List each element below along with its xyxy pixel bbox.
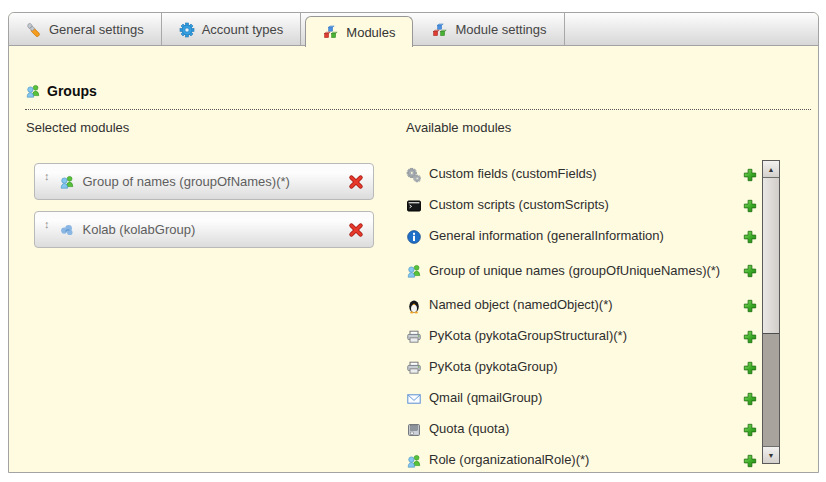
module-label: PyKota (pykotaGroup) (429, 360, 558, 374)
module-label: General information (generalInformation) (429, 229, 664, 243)
group-icon (406, 263, 422, 279)
modules-icon (323, 24, 339, 40)
module-entry: Kolab (kolabGroup) (59, 222, 349, 238)
tab-label: Account types (202, 22, 284, 37)
add-module-icon[interactable] (742, 229, 758, 245)
selected-module-row[interactable]: ↕ Kolab (kolabGroup) (34, 211, 374, 248)
scrollbar-track[interactable] (763, 334, 779, 446)
add-module-icon[interactable] (742, 167, 758, 183)
module-label: Named object (namedObject)(*) (429, 298, 613, 312)
available-module-row: PyKota (pykotaGroup) (406, 352, 758, 383)
module-label: Quota (quota) (429, 422, 509, 436)
available-module-row: PyKota (pykotaGroupStructural)(*) (406, 321, 758, 352)
printer-icon (406, 329, 422, 345)
selected-module-row[interactable]: ↕ Group of names (groupOfNames)(*) (34, 163, 374, 200)
group-icon (59, 174, 75, 190)
tab-bar: General settings Account types Modules M… (9, 13, 818, 46)
wrench-icon (26, 22, 42, 38)
printer-icon (406, 360, 422, 376)
section-header-groups: Groups (25, 83, 811, 110)
scrollbar-thumb[interactable] (763, 178, 779, 334)
vertical-scrollbar[interactable]: ▲ ▼ (762, 160, 780, 464)
terminal-icon (406, 198, 422, 214)
module-label: Group of unique names (groupOfUniqueName… (429, 264, 720, 278)
section-title: Groups (47, 83, 97, 99)
add-module-icon[interactable] (742, 263, 758, 279)
add-module-icon[interactable] (742, 360, 758, 376)
kolab-icon (59, 222, 75, 238)
available-modules-list: Custom fields (customFields) Custom scri… (406, 159, 758, 473)
module-label: Custom fields (customFields) (429, 167, 597, 181)
tab-label: Module settings (455, 22, 546, 37)
available-module-row: Named object (namedObject)(*) (406, 290, 758, 321)
add-module-icon[interactable] (742, 391, 758, 407)
drag-handle-icon[interactable]: ↕ (44, 212, 50, 230)
scroll-down-button[interactable]: ▼ (763, 446, 779, 463)
envelope-icon (406, 391, 422, 407)
add-module-icon[interactable] (742, 329, 758, 345)
add-module-icon[interactable] (742, 422, 758, 438)
tab-label: Modules (346, 25, 395, 40)
add-module-icon[interactable] (742, 298, 758, 314)
drag-handle-icon[interactable]: ↕ (44, 164, 50, 182)
available-module-row: Quota (quota) (406, 414, 758, 445)
available-module-row: Custom fields (customFields) (406, 159, 758, 190)
remove-module-icon[interactable] (348, 222, 364, 238)
module-label: Role (organizationalRole)(*) (429, 453, 589, 467)
group-icon (406, 453, 422, 469)
tab-modules[interactable]: Modules (305, 16, 413, 47)
scroll-up-button[interactable]: ▲ (763, 161, 779, 178)
module-entry: Group of names (groupOfNames)(*) (59, 174, 349, 190)
module-label: Kolab (kolabGroup) (83, 222, 196, 237)
tab-general-settings[interactable]: General settings (9, 13, 162, 46)
disk-icon (406, 422, 422, 438)
selected-modules-label: Selected modules (26, 120, 129, 135)
available-module-row: Custom scripts (customScripts) (406, 190, 758, 221)
available-module-row: General information (generalInformation) (406, 221, 758, 252)
module-label: Qmail (qmailGroup) (429, 391, 542, 405)
tab-bar-divider (9, 45, 818, 46)
tab-module-settings[interactable]: Module settings (415, 13, 564, 46)
penguin-icon (406, 298, 422, 314)
tab-label: General settings (49, 22, 144, 37)
available-module-row: Role (organizationalRole)(*) (406, 445, 758, 473)
available-module-row: Group of unique names (groupOfUniqueName… (406, 252, 758, 290)
module-label: Custom scripts (customScripts) (429, 198, 609, 212)
info-icon (406, 229, 422, 245)
gears-icon (406, 167, 422, 183)
tab-account-types[interactable]: Account types (162, 13, 302, 46)
add-module-icon[interactable] (742, 198, 758, 214)
available-module-row: Qmail (qmailGroup) (406, 383, 758, 414)
configuration-panel: General settings Account types Modules M… (8, 12, 819, 473)
groups-icon (25, 83, 41, 99)
gear-icon (179, 22, 195, 38)
modules-icon (432, 22, 448, 38)
available-modules-label: Available modules (406, 120, 511, 135)
add-module-icon[interactable] (742, 453, 758, 469)
module-label: Group of names (groupOfNames)(*) (83, 174, 290, 189)
remove-module-icon[interactable] (348, 174, 364, 190)
module-label: PyKota (pykotaGroupStructural)(*) (429, 329, 627, 343)
